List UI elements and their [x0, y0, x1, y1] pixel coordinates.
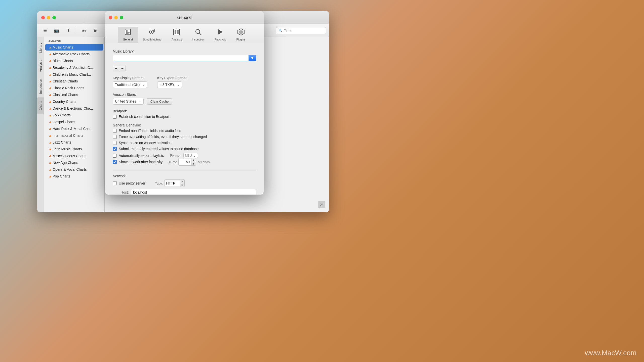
- list-item-country[interactable]: a Country Charts: [45, 98, 103, 105]
- watermark: www.MacW.com: [585, 349, 636, 357]
- list-item-dance[interactable]: a Dance & Electronic Cha...: [45, 105, 103, 112]
- svg-rect-3: [126, 33, 129, 34]
- type-up-arrow[interactable]: ▲: [180, 180, 184, 183]
- list-item-hard-rock[interactable]: a Hard Rock & Metal Cha...: [45, 125, 103, 132]
- list-item-classical[interactable]: a Classical Charts: [45, 92, 103, 98]
- list-item-blues[interactable]: a Blues Charts: [45, 58, 103, 64]
- type-down-arrow[interactable]: ▼: [180, 183, 184, 187]
- amazon-icon: a: [49, 168, 51, 171]
- svg-rect-7: [175, 30, 176, 32]
- tab-playback[interactable]: Playback: [210, 27, 231, 43]
- dialog-content: Music Library: ▼ + − Key Display Format:…: [105, 43, 264, 195]
- submit-values-checkbox[interactable]: [113, 147, 117, 151]
- list-item-label: International Charts: [53, 133, 83, 138]
- list-item-gospel[interactable]: a Gospel Charts: [45, 119, 103, 125]
- sync-window-checkbox[interactable]: [113, 141, 117, 145]
- list-item-label: Jazz Charts: [53, 140, 71, 144]
- delay-spinner: ▲ ▼: [178, 158, 196, 166]
- list-item-broadway[interactable]: a Broadway & Vocalists C...: [45, 64, 103, 71]
- list-item-label: Broadway & Vocalists C...: [53, 66, 93, 70]
- filter-box[interactable]: 🔍 Filter: [276, 27, 326, 34]
- auto-export-checkbox[interactable]: [113, 154, 117, 158]
- list-item-misc[interactable]: a Miscellaneous Charts: [45, 153, 103, 159]
- tab-analysis[interactable]: Analysis: [167, 27, 187, 43]
- delay-down-arrow[interactable]: ▼: [191, 162, 196, 165]
- svg-rect-0: [125, 29, 131, 35]
- amazon-store-select[interactable]: United States: [113, 98, 144, 105]
- list-item-pop[interactable]: a Pop Charts: [45, 173, 103, 179]
- sidebar-tab-analysis[interactable]: Analysis: [37, 56, 44, 75]
- host-input[interactable]: [131, 189, 256, 195]
- expand-button[interactable]: ⤢: [318, 201, 325, 208]
- list-item-new-age[interactable]: a New Age Charts: [45, 159, 103, 166]
- music-library-input[interactable]: [113, 55, 249, 61]
- key-export-select[interactable]: Id3 TKEY: [157, 81, 182, 88]
- play-button[interactable]: ▶: [91, 27, 100, 35]
- list-item-folk[interactable]: a Folk Charts: [45, 112, 103, 118]
- general-behavior-section: General Behavior: Embed non-iTunes field…: [113, 123, 256, 166]
- dialog-close-button[interactable]: [109, 16, 112, 19]
- sidebar-tab-library[interactable]: Library: [37, 39, 44, 56]
- format-row: Format: M3U: [170, 153, 198, 158]
- amazon-icon: a: [49, 127, 51, 131]
- rewind-button[interactable]: ⏮: [79, 27, 89, 35]
- amazon-icon: a: [49, 86, 51, 90]
- maximize-button[interactable]: [52, 16, 56, 19]
- tab-plugins[interactable]: Plugins: [231, 27, 251, 43]
- format-label: Format:: [170, 154, 181, 157]
- source-list: AMAZON a Music Charts a Alternative Rock…: [44, 37, 105, 212]
- beatport-checkbox-row: Establish connection to Beatport: [113, 115, 256, 119]
- tab-song-matching[interactable]: Song Matching: [138, 27, 166, 43]
- close-button[interactable]: [41, 16, 45, 19]
- camera-button[interactable]: 📷: [52, 27, 61, 35]
- use-proxy-label: Use proxy server: [119, 181, 145, 185]
- list-item-latin[interactable]: a Latin Music Charts: [45, 146, 103, 152]
- minimize-button[interactable]: [47, 16, 50, 19]
- list-item-label: Gospel Charts: [53, 120, 75, 124]
- music-library-dropdown-button[interactable]: ▼: [249, 55, 256, 61]
- list-item-childrens[interactable]: a Children's Music Chart...: [45, 71, 103, 78]
- key-display-select[interactable]: Traditional (OK): [113, 81, 147, 88]
- sidebar-tab-charts[interactable]: Charts: [37, 97, 44, 114]
- type-spinner-arrows: ▲ ▼: [180, 180, 184, 187]
- establish-connection-checkbox[interactable]: [113, 115, 117, 119]
- list-item-classic-rock[interactable]: a Classic Rock Charts: [45, 85, 103, 91]
- list-item-international[interactable]: a International Charts: [45, 132, 103, 139]
- upload-button[interactable]: ⬆: [63, 27, 73, 35]
- inspection-tab-label: Inspection: [192, 38, 205, 41]
- key-export-label: Key Export Format:: [157, 76, 188, 80]
- behavior-checkbox-row-3: Submit manually entered values to online…: [113, 147, 256, 151]
- format-select[interactable]: M3U: [183, 153, 198, 158]
- tab-general[interactable]: General: [118, 27, 138, 43]
- list-item-label: Classic Rock Charts: [53, 86, 84, 90]
- embed-fields-checkbox[interactable]: [113, 129, 117, 133]
- add-remove-section: + −: [113, 66, 256, 71]
- dialog-maximize-button[interactable]: [120, 16, 123, 19]
- sidebar-tab-inspection[interactable]: Inspection: [37, 75, 44, 97]
- tab-inspection[interactable]: Inspection: [187, 27, 210, 43]
- list-item-label: Children's Music Chart...: [53, 72, 91, 76]
- list-item-opera[interactable]: a Opera & Vocal Charts: [45, 166, 103, 173]
- add-remove-buttons: + −: [113, 66, 256, 71]
- remove-button[interactable]: −: [119, 66, 126, 71]
- svg-line-12: [199, 33, 201, 35]
- host-label: Host:: [119, 190, 129, 194]
- type-input[interactable]: [165, 180, 180, 186]
- list-item-jazz[interactable]: a Jazz Charts: [45, 139, 103, 146]
- list-item-christian[interactable]: a Christian Charts: [45, 78, 103, 84]
- sidebar-toggle-button[interactable]: ☰: [40, 27, 50, 35]
- delay-up-arrow[interactable]: ▲: [191, 158, 196, 162]
- add-button[interactable]: +: [113, 66, 119, 71]
- list-item-alt-rock[interactable]: a Alternative Rock Charts: [45, 51, 103, 57]
- list-item-music-charts[interactable]: a Music Charts: [45, 44, 103, 51]
- force-overwrite-checkbox[interactable]: [113, 135, 117, 139]
- delay-input[interactable]: [179, 159, 191, 165]
- list-item-label: Alternative Rock Charts: [53, 52, 90, 56]
- use-proxy-checkbox[interactable]: [113, 181, 117, 185]
- amazon-icon: a: [49, 147, 51, 151]
- dialog-minimize-button[interactable]: [114, 16, 118, 19]
- svg-marker-15: [239, 30, 243, 34]
- clear-cache-button[interactable]: Clear Cache: [147, 98, 172, 105]
- analysis-tab-label: Analysis: [172, 38, 182, 41]
- show-artwork-checkbox[interactable]: [113, 160, 117, 164]
